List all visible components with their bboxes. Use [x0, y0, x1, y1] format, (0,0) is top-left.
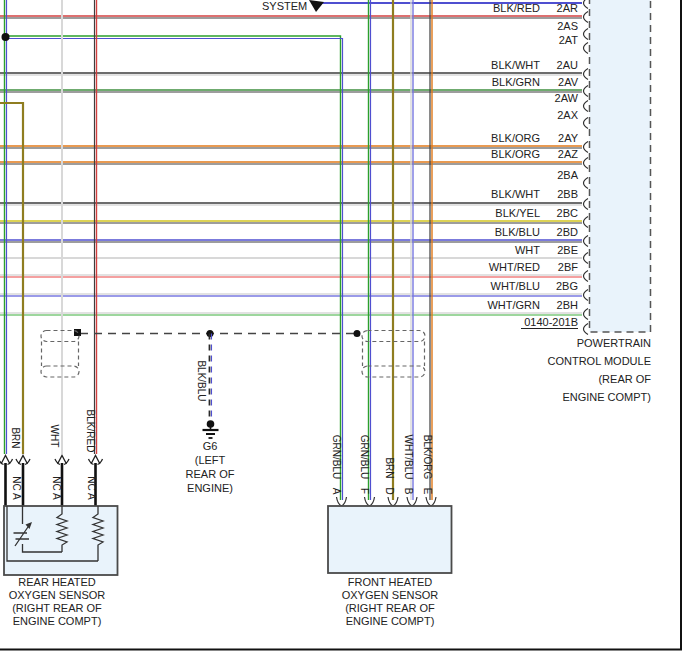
pin-socket-icon	[584, 69, 589, 80]
rear-caption-line: (RIGHT REAR OF	[12, 602, 102, 614]
pin-socket-icon	[584, 271, 589, 282]
wire-color-label: WHT/BLU	[403, 435, 414, 480]
pin-socket-icon	[584, 178, 589, 189]
pin-label: 2AX	[557, 109, 578, 121]
wire-color-label: BLK/ORG	[491, 132, 540, 144]
pin-socket-icon	[584, 142, 589, 153]
wiring-diagram-page: BLK/BLU G6 (LEFT REAR OF ENGINE) SYSTEM	[0, 0, 692, 666]
pin-label: D	[384, 487, 395, 494]
wire-color-label: BLK/GRN	[492, 76, 540, 88]
pin-label: 2BH	[557, 299, 578, 311]
pin-socket-icon	[337, 497, 347, 506]
pin-socket-icon	[584, 236, 589, 247]
pcm-caption-line: (REAR OF	[598, 373, 651, 385]
front-sensor-box	[328, 506, 452, 573]
pin-label: 2AY	[558, 132, 579, 144]
pcm-box	[590, 0, 651, 332]
pin-socket-icon	[584, 43, 589, 54]
ground-caption-line: (LEFT	[195, 454, 226, 466]
pin-label: 2AV	[558, 76, 579, 88]
pin-label: 2BE	[557, 244, 578, 256]
pin-label: 2BA	[557, 169, 578, 181]
wire-color-label: BLK/WHT	[491, 59, 540, 71]
front-caption-line: ENGINE COMPT)	[346, 615, 435, 627]
junction-dot	[2, 33, 10, 41]
wire-color-label: BLK/ORG	[491, 148, 540, 160]
pin-socket-icon	[365, 497, 375, 506]
pin-socket-icon	[584, 86, 589, 97]
front-caption-line: (RIGHT REAR OF	[345, 602, 435, 614]
inline-connector-left-icon	[41, 331, 79, 378]
rear-oxygen-sensor: BRN WHT BLK/RED NC A NC A NC A REAR HEAT…	[0, 410, 118, 627]
pin-label: 2BC	[557, 207, 578, 219]
pin-label: 2AZ	[558, 148, 578, 160]
wire-color-label: BLK/RED	[493, 2, 540, 14]
rear-pin-arrows	[0, 456, 103, 465]
pin-socket-icon	[426, 497, 436, 506]
wire-color-label: BLK/ORG	[422, 435, 433, 480]
system-offpage: SYSTEM	[262, 0, 324, 12]
pin-label: 2BG	[556, 280, 578, 292]
pin-label: 2AU	[557, 59, 578, 71]
front-oxygen-sensor: GRN/BLU GRN/BLU BRN WHT/BLU BLK/ORG A F …	[328, 435, 452, 628]
system-label: SYSTEM	[262, 0, 307, 12]
wire-rear2-brn	[0, 103, 23, 454]
pcm-caption: POWERTRAIN CONTROL MODULE (REAR OF ENGIN…	[548, 337, 652, 403]
ground-wire-label: BLK/BLU	[196, 360, 207, 401]
pcm-module: BLK/RED 2AR 2AS 2AT BLK/WHT 2AU BLK/GRN …	[487, 0, 651, 403]
pin-label: 2AR	[557, 2, 578, 14]
wire-color-label: WHT/GRN	[487, 299, 540, 311]
pin-socket-icon	[584, 217, 589, 228]
wire-color-label: BLK/YEL	[495, 207, 540, 219]
pcm-caption-line: POWERTRAIN	[577, 337, 651, 349]
ground-caption-line: G6	[203, 440, 218, 452]
front-caption-line: OXYGEN SENSOR	[342, 589, 439, 601]
front-caption-line: FRONT HEATED	[348, 576, 433, 588]
wiring-diagram-canvas: BLK/BLU G6 (LEFT REAR OF ENGINE) SYSTEM	[0, 0, 692, 666]
pin-label: 2BF	[558, 261, 578, 273]
front-sensor-caption: FRONT HEATED OXYGEN SENSOR (RIGHT REAR O…	[342, 576, 439, 627]
pin-label: 2AW	[555, 92, 579, 104]
pin-label: A	[331, 488, 342, 495]
pin-socket-icon	[584, 0, 589, 9]
pin-label: NC A	[11, 476, 22, 500]
pin-socket-icon	[584, 158, 589, 169]
pin-socket-icon	[584, 199, 589, 210]
pin-label: E	[422, 488, 433, 495]
pin-label: 2BD	[557, 226, 578, 238]
pin-socket-icon	[584, 324, 589, 335]
pin-socket-icon	[584, 101, 589, 112]
wire-color-label: BLK/WHT	[491, 188, 540, 200]
pin-label: F	[359, 488, 370, 494]
pcm-pin-labels: BLK/RED 2AR 2AS 2AT BLK/WHT 2AU BLK/GRN …	[487, 2, 578, 329]
offpage-arrow-icon	[309, 0, 324, 12]
wire-color-label: WHT/BLU	[491, 280, 541, 292]
pin-label: NC A	[51, 476, 62, 500]
pin-label: B	[403, 488, 414, 495]
wire-color-label: WHT	[49, 425, 60, 448]
wire-color-label: WHT/RED	[489, 261, 540, 273]
wire-color-label: BRN	[10, 427, 21, 448]
wire-color-label: GRN/BLU	[359, 435, 370, 479]
ground-symbol-icon	[203, 430, 219, 438]
wire-color-label: BLK/RED	[85, 410, 96, 453]
pcm-caption-line: CONTROL MODULE	[548, 355, 652, 367]
pin-label: 2BB	[557, 188, 578, 200]
pin-socket-icon	[584, 253, 589, 264]
pin-socket-icon	[407, 497, 417, 506]
pin-socket-icon	[584, 12, 589, 23]
pcm-caption-line: ENGINE COMPT)	[562, 391, 651, 403]
rear-caption-line: REAR HEATED	[18, 576, 95, 588]
rear-caption-line: ENGINE COMPT)	[13, 615, 102, 627]
pin-socket-icon	[584, 29, 589, 40]
pin-socket-icon	[584, 309, 589, 320]
ground-caption-line: ENGINE)	[187, 482, 233, 494]
wire-color-label: GRN/BLU	[331, 435, 342, 479]
pin-socket-icon	[584, 290, 589, 301]
wire-color-label: BRN	[384, 457, 395, 478]
connector-ref-label: 0140-201B	[524, 316, 578, 328]
pcm-pin-sockets	[584, 0, 589, 335]
pin-label: NC A	[86, 476, 97, 500]
ground-caption-line: REAR OF	[186, 468, 235, 480]
pin-socket-icon	[584, 118, 589, 129]
